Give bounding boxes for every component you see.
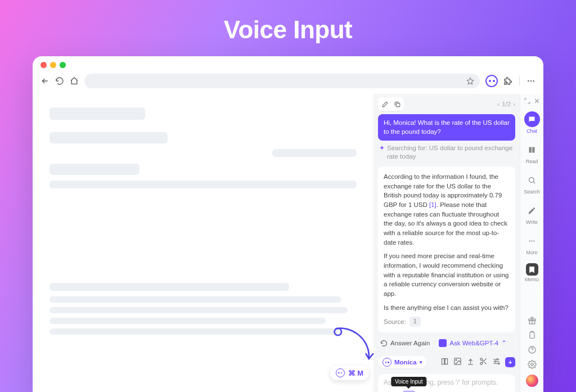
- extensions-icon[interactable]: [503, 76, 512, 85]
- reload-icon[interactable]: [55, 76, 64, 85]
- chevron-down-icon: ▾: [420, 359, 422, 365]
- expand-icon[interactable]: [524, 97, 531, 105]
- svg-point-7: [480, 363, 483, 365]
- shortcut-pill[interactable]: ⌘ M: [330, 366, 369, 380]
- model-selector[interactable]: Monica ▾: [378, 356, 427, 368]
- gift-icon[interactable]: [528, 316, 537, 325]
- search-status: ✦ Searching for: US dollar to pound exch…: [374, 141, 520, 164]
- clipboard-icon[interactable]: [528, 331, 537, 340]
- pager-prev-icon[interactable]: ‹: [497, 101, 500, 107]
- svg-point-0: [528, 80, 529, 82]
- svg-point-20: [531, 363, 533, 366]
- svg-point-15: [533, 240, 534, 241]
- edit-icon[interactable]: [380, 99, 390, 109]
- browser-toolbar: [33, 71, 543, 94]
- svg-point-10: [498, 363, 500, 364]
- user-message: Hi, Monica! What is the rate of the US d…: [378, 114, 515, 141]
- answer-again-button[interactable]: Answer Again: [380, 339, 430, 347]
- url-bar[interactable]: [84, 74, 480, 88]
- assistant-answer: According to the information I found, th…: [378, 166, 515, 332]
- minimize-window-button[interactable]: [50, 62, 56, 68]
- rail-chat[interactable]: Chat: [520, 108, 543, 137]
- svg-point-14: [531, 240, 532, 241]
- window-titlebar: [33, 56, 543, 71]
- svg-point-8: [497, 359, 498, 361]
- svg-rect-18: [530, 332, 534, 339]
- book-icon[interactable]: [440, 357, 449, 366]
- maximize-window-button[interactable]: [60, 62, 66, 68]
- separator: [519, 76, 520, 86]
- svg-point-9: [494, 361, 496, 363]
- user-avatar[interactable]: [526, 375, 538, 387]
- svg-point-5: [456, 359, 457, 361]
- pager-count: 1/2: [502, 101, 511, 107]
- monica-extension-icon[interactable]: [485, 75, 498, 87]
- overflow-menu-icon[interactable]: [526, 76, 536, 85]
- rail-memo[interactable]: Memo: [520, 260, 543, 286]
- monica-icon: [382, 358, 392, 367]
- svg-rect-3: [396, 103, 400, 107]
- browser-window: ‹ 1/2 › Hi, Monica! What is the rate of …: [33, 56, 543, 392]
- citation-link[interactable]: [1]: [429, 201, 436, 208]
- add-button[interactable]: +: [505, 357, 515, 367]
- svg-point-2: [533, 80, 534, 82]
- close-panel-icon[interactable]: [533, 97, 541, 105]
- star-icon[interactable]: [466, 77, 474, 85]
- svg-point-13: [529, 240, 530, 241]
- tune-icon[interactable]: [492, 357, 501, 366]
- sparkle-icon: ✦: [379, 144, 385, 161]
- assistant-panel: ‹ 1/2 › Hi, Monica! What is the rate of …: [374, 94, 520, 392]
- voice-input-tooltip: Voice Input: [391, 377, 426, 386]
- rail-more[interactable]: More: [520, 229, 543, 259]
- copy-icon[interactable]: [392, 99, 402, 109]
- rail-search[interactable]: Search: [520, 169, 543, 198]
- home-icon[interactable]: [70, 76, 79, 85]
- hero-title: Voice Input: [0, 0, 576, 54]
- sparkle-badge-icon: [439, 339, 447, 347]
- upload-icon[interactable]: [466, 357, 475, 366]
- ask-web-button[interactable]: Ask Web&GPT-4 ⌃: [439, 339, 507, 347]
- svg-point-1: [530, 80, 532, 82]
- monica-icon: [336, 368, 345, 377]
- back-icon[interactable]: [40, 76, 50, 85]
- chat-input[interactable]: Ask me anything, press '/' for prompts. …: [378, 374, 515, 392]
- image-icon[interactable]: [453, 357, 462, 366]
- close-window-button[interactable]: [40, 62, 47, 68]
- side-rail: Chat Read Search Write More Memo: [520, 94, 543, 392]
- scissors-icon[interactable]: [479, 357, 488, 366]
- source-chip[interactable]: 1: [410, 317, 421, 327]
- svg-point-12: [529, 177, 534, 182]
- pager-next-icon[interactable]: ›: [513, 101, 515, 107]
- rail-read[interactable]: Read: [520, 138, 543, 168]
- source-label: Source:: [384, 317, 406, 327]
- page-content: [33, 94, 374, 392]
- rail-write[interactable]: Write: [520, 199, 543, 228]
- chevron-up-icon: ⌃: [501, 339, 507, 347]
- settings-icon[interactable]: [528, 360, 537, 369]
- svg-point-6: [480, 358, 483, 361]
- help-icon[interactable]: [528, 345, 537, 354]
